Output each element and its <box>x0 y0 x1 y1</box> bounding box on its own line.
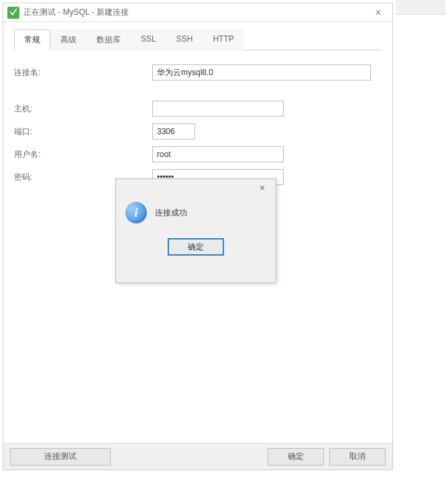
outer-toolbar-strip <box>396 0 445 15</box>
input-port[interactable] <box>152 123 195 140</box>
close-icon[interactable]: × <box>368 7 388 19</box>
tab-http[interactable]: HTTP <box>203 30 243 50</box>
titlebar: 正在测试 - MySQL - 新建连接 × <box>3 3 392 22</box>
result-message: 连接成功 <box>155 207 187 219</box>
result-ok-button[interactable]: 确定 <box>168 238 224 256</box>
tab-database[interactable]: 数据库 <box>87 30 131 50</box>
input-username[interactable] <box>152 146 284 162</box>
label-connection-name: 连接名: <box>14 67 152 78</box>
close-icon[interactable]: × <box>254 182 270 193</box>
label-username: 用户名: <box>14 149 152 160</box>
dialog-footer: 连接测试 确定 取消 <box>3 443 392 470</box>
app-icon <box>7 7 19 19</box>
tab-ssh[interactable]: SSH <box>166 30 203 50</box>
input-host[interactable] <box>152 101 284 117</box>
tab-ssl[interactable]: SSL <box>131 30 166 50</box>
input-connection-name[interactable] <box>152 64 371 81</box>
tab-advanced[interactable]: 高级 <box>50 30 87 50</box>
result-dialog-footer: 确定 <box>116 238 276 256</box>
label-host: 主机: <box>14 103 152 115</box>
ok-button[interactable]: 确定 <box>268 448 324 466</box>
window-title: 正在测试 - MySQL - 新建连接 <box>23 7 368 18</box>
info-icon: i <box>125 202 147 223</box>
result-dialog: × i 连接成功 确定 <box>115 178 276 283</box>
cancel-button[interactable]: 取消 <box>329 448 386 466</box>
label-port: 端口: <box>14 126 152 138</box>
test-connection-button[interactable]: 连接测试 <box>10 448 111 466</box>
result-dialog-body: i 连接成功 <box>116 197 276 223</box>
result-dialog-titlebar: × <box>116 179 276 197</box>
tab-bar: 常规 高级 数据库 SSL SSH HTTP <box>14 29 382 50</box>
tab-general[interactable]: 常规 <box>14 30 50 50</box>
